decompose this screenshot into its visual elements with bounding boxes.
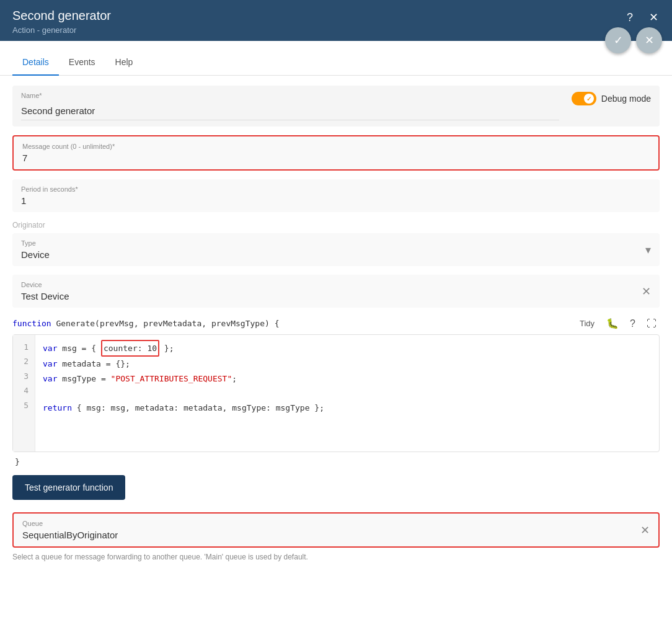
tab-help[interactable]: Help <box>105 50 143 76</box>
queue-value: SequentialByOriginator <box>22 530 118 540</box>
originator-title: Originator <box>12 221 660 229</box>
originator-type-value: Device <box>21 249 50 260</box>
header-actions: ? ✕ <box>621 9 662 26</box>
name-field: Name* <box>21 92 559 120</box>
name-row: Name* ✓ Debug mode <box>12 86 660 127</box>
tab-details[interactable]: Details <box>12 50 59 76</box>
debug-toggle[interactable]: ✓ Debug mode <box>572 92 651 105</box>
queue-clear-button[interactable]: ✕ <box>640 523 650 537</box>
code-toolbar: Tidy 🐛 ? ⛶ <box>576 316 660 331</box>
code-content[interactable]: var msg = { counter: 10 }; var metadata … <box>35 335 659 452</box>
header-subtitle: Action - generator <box>12 25 660 35</box>
tab-events[interactable]: Events <box>59 50 105 76</box>
message-count-section: Message count (0 - unlimited)* <box>12 135 660 171</box>
device-value: Test Device <box>21 291 69 301</box>
name-input[interactable] <box>21 102 559 120</box>
content-area: Name* ✓ Debug mode Message count (0 - un… <box>0 76 672 574</box>
header-title: Second generator <box>12 9 660 23</box>
code-section: function Generate(prevMsg, prevMetadata,… <box>12 316 660 452</box>
confirm-check-button[interactable]: ✓ <box>605 27 631 53</box>
message-count-label: Message count (0 - unlimited)* <box>22 143 650 150</box>
header: Second generator Action - generator ? ✕ … <box>0 0 672 41</box>
tabs-bar: Details Events Help <box>0 50 672 76</box>
help-icon-btn[interactable]: ? <box>621 9 639 26</box>
code-line-5: return { msg: msg, metadata: metadata, m… <box>43 401 652 415</box>
code-line-1: var msg = { counter: 10 }; <box>43 340 652 357</box>
device-label: Device <box>21 281 69 288</box>
code-line-4 <box>43 386 652 400</box>
originator-section: Originator Type Device ▾ <box>12 221 660 266</box>
code-editor[interactable]: 1 2 3 4 5 var msg = { counter: 10 }; var… <box>12 334 660 452</box>
test-generator-button[interactable]: Test generator function <box>12 475 125 500</box>
period-section: Period in seconds* <box>12 179 660 212</box>
code-line-2: var metadata = {}; <box>43 357 652 371</box>
queue-label: Queue <box>22 520 118 527</box>
code-line-3: var msgType = "POST_ATTRIBUTES_REQUEST"; <box>43 372 652 386</box>
confirm-row: ✓ ✕ <box>605 27 662 53</box>
tidy-button[interactable]: Tidy <box>576 318 598 329</box>
period-input[interactable] <box>21 195 651 206</box>
queue-info: Queue SequentialByOriginator <box>22 520 118 540</box>
debug-label: Debug mode <box>601 94 651 104</box>
originator-type-select[interactable]: Type Device ▾ <box>12 233 660 266</box>
device-info: Device Test Device <box>21 281 69 301</box>
queue-hint: Select a queue for message forwarding to… <box>12 553 660 561</box>
name-label: Name* <box>21 92 559 99</box>
period-label: Period in seconds* <box>21 185 651 193</box>
close-icon-btn[interactable]: ✕ <box>645 9 662 26</box>
originator-type-label: Type <box>21 239 50 247</box>
code-signature: function Generate(prevMsg, prevMetadata,… <box>12 319 279 328</box>
help-code-icon-button[interactable]: ? <box>627 317 639 331</box>
fullscreen-icon-button[interactable]: ⛶ <box>643 317 660 331</box>
confirm-cancel-button[interactable]: ✕ <box>636 27 662 53</box>
queue-section: Queue SequentialByOriginator ✕ <box>12 512 660 548</box>
message-count-input[interactable] <box>22 153 650 163</box>
device-field: Device Test Device ✕ <box>12 275 660 308</box>
chevron-down-icon: ▾ <box>645 243 651 257</box>
line-numbers: 1 2 3 4 5 <box>13 335 35 452</box>
code-header: function Generate(prevMsg, prevMetadata,… <box>12 316 660 331</box>
device-clear-button[interactable]: ✕ <box>642 285 651 298</box>
debug-icon-button[interactable]: 🐛 <box>603 316 622 331</box>
closing-brace: } <box>12 457 660 466</box>
